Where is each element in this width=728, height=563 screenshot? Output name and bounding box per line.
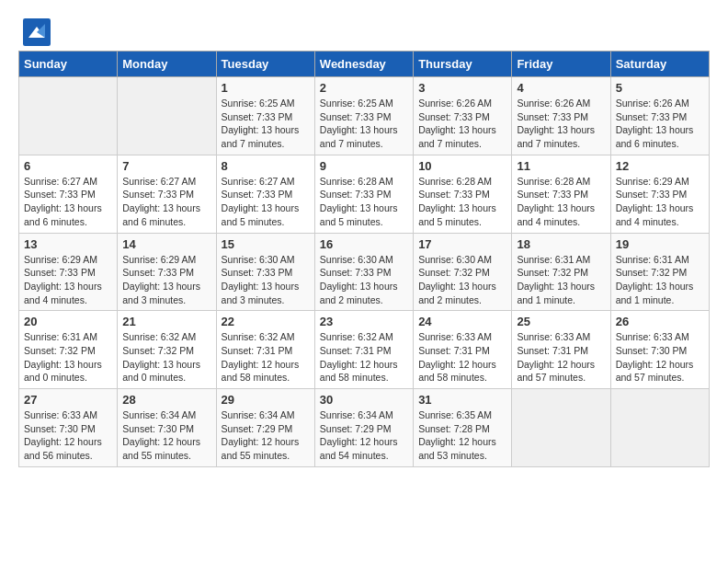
calendar-cell: 16Sunrise: 6:30 AM Sunset: 7:33 PM Dayli… (314, 233, 413, 311)
day-info: Sunrise: 6:25 AM Sunset: 7:33 PM Dayligh… (320, 97, 408, 151)
day-info: Sunrise: 6:30 AM Sunset: 7:33 PM Dayligh… (320, 253, 408, 307)
day-info: Sunrise: 6:26 AM Sunset: 7:33 PM Dayligh… (418, 97, 506, 151)
calendar-cell: 30Sunrise: 6:34 AM Sunset: 7:29 PM Dayli… (314, 389, 413, 467)
calendar-week-row: 6Sunrise: 6:27 AM Sunset: 7:33 PM Daylig… (19, 155, 710, 233)
day-info: Sunrise: 6:33 AM Sunset: 7:30 PM Dayligh… (616, 330, 704, 385)
calendar-cell: 29Sunrise: 6:34 AM Sunset: 7:29 PM Dayli… (216, 389, 314, 467)
calendar-cell: 12Sunrise: 6:29 AM Sunset: 7:33 PM Dayli… (610, 155, 709, 233)
weekday-header-friday: Friday (512, 52, 610, 77)
calendar-table: SundayMondayTuesdayWednesdayThursdayFrid… (18, 51, 710, 467)
day-number: 20 (24, 315, 112, 328)
day-number: 26 (616, 315, 704, 328)
day-info: Sunrise: 6:27 AM Sunset: 7:33 PM Dayligh… (24, 175, 112, 229)
weekday-header-monday: Monday (118, 52, 216, 77)
calendar-cell: 14Sunrise: 6:29 AM Sunset: 7:33 PM Dayli… (118, 233, 216, 311)
day-number: 16 (320, 237, 408, 251)
day-info: Sunrise: 6:30 AM Sunset: 7:33 PM Dayligh… (222, 253, 310, 307)
day-number: 14 (122, 237, 210, 251)
calendar-cell (19, 77, 118, 155)
calendar-week-row: 13Sunrise: 6:29 AM Sunset: 7:33 PM Dayli… (19, 233, 710, 311)
day-info: Sunrise: 6:33 AM Sunset: 7:30 PM Dayligh… (24, 408, 112, 463)
day-info: Sunrise: 6:27 AM Sunset: 7:33 PM Dayligh… (222, 175, 310, 229)
calendar-cell: 18Sunrise: 6:31 AM Sunset: 7:32 PM Dayli… (512, 233, 610, 311)
day-info: Sunrise: 6:28 AM Sunset: 7:33 PM Dayligh… (418, 175, 506, 229)
day-number: 31 (418, 393, 506, 407)
day-info: Sunrise: 6:32 AM Sunset: 7:31 PM Dayligh… (320, 330, 408, 385)
day-info: Sunrise: 6:31 AM Sunset: 7:32 PM Dayligh… (517, 253, 605, 307)
calendar-cell: 5Sunrise: 6:26 AM Sunset: 7:33 PM Daylig… (610, 77, 709, 155)
day-info: Sunrise: 6:34 AM Sunset: 7:29 PM Dayligh… (320, 408, 408, 463)
day-info: Sunrise: 6:29 AM Sunset: 7:33 PM Dayligh… (122, 253, 210, 307)
day-info: Sunrise: 6:26 AM Sunset: 7:33 PM Dayligh… (616, 97, 704, 151)
day-info: Sunrise: 6:33 AM Sunset: 7:31 PM Dayligh… (517, 330, 605, 385)
logo (23, 18, 54, 46)
day-number: 4 (517, 81, 605, 95)
day-info: Sunrise: 6:30 AM Sunset: 7:32 PM Dayligh… (418, 253, 506, 307)
day-number: 21 (122, 315, 210, 328)
day-number: 18 (517, 237, 605, 251)
calendar-cell: 8Sunrise: 6:27 AM Sunset: 7:33 PM Daylig… (216, 155, 314, 233)
weekday-header-thursday: Thursday (414, 52, 512, 77)
weekday-header-tuesday: Tuesday (216, 52, 314, 77)
day-number: 25 (517, 315, 605, 328)
day-number: 8 (222, 159, 310, 173)
calendar-cell: 13Sunrise: 6:29 AM Sunset: 7:33 PM Dayli… (19, 233, 118, 311)
calendar-cell: 24Sunrise: 6:33 AM Sunset: 7:31 PM Dayli… (414, 311, 512, 389)
weekday-header-row: SundayMondayTuesdayWednesdayThursdayFrid… (19, 52, 710, 77)
day-number: 17 (418, 237, 506, 251)
day-info: Sunrise: 6:28 AM Sunset: 7:33 PM Dayligh… (320, 175, 408, 229)
calendar-cell: 10Sunrise: 6:28 AM Sunset: 7:33 PM Dayli… (414, 155, 512, 233)
calendar-body: 1Sunrise: 6:25 AM Sunset: 7:33 PM Daylig… (19, 77, 710, 467)
day-number: 11 (517, 159, 605, 173)
calendar-cell: 21Sunrise: 6:32 AM Sunset: 7:32 PM Dayli… (118, 311, 216, 389)
day-number: 2 (320, 81, 408, 95)
calendar-cell: 1Sunrise: 6:25 AM Sunset: 7:33 PM Daylig… (216, 77, 314, 155)
calendar-cell: 6Sunrise: 6:27 AM Sunset: 7:33 PM Daylig… (19, 155, 118, 233)
weekday-header-sunday: Sunday (19, 52, 118, 77)
calendar-cell: 31Sunrise: 6:35 AM Sunset: 7:28 PM Dayli… (414, 389, 512, 467)
calendar-cell: 23Sunrise: 6:32 AM Sunset: 7:31 PM Dayli… (314, 311, 413, 389)
calendar-week-row: 27Sunrise: 6:33 AM Sunset: 7:30 PM Dayli… (19, 389, 710, 467)
day-number: 9 (320, 159, 408, 173)
day-info: Sunrise: 6:32 AM Sunset: 7:31 PM Dayligh… (222, 330, 310, 385)
day-number: 15 (222, 237, 310, 251)
day-number: 12 (616, 159, 704, 173)
calendar-cell: 25Sunrise: 6:33 AM Sunset: 7:31 PM Dayli… (512, 311, 610, 389)
day-number: 27 (24, 393, 112, 407)
calendar-cell: 20Sunrise: 6:31 AM Sunset: 7:32 PM Dayli… (19, 311, 118, 389)
day-info: Sunrise: 6:34 AM Sunset: 7:29 PM Dayligh… (222, 408, 310, 463)
calendar-cell (118, 77, 216, 155)
day-info: Sunrise: 6:32 AM Sunset: 7:32 PM Dayligh… (122, 330, 210, 385)
calendar-cell: 17Sunrise: 6:30 AM Sunset: 7:32 PM Dayli… (414, 233, 512, 311)
calendar-week-row: 1Sunrise: 6:25 AM Sunset: 7:33 PM Daylig… (19, 77, 710, 155)
logo-icon (23, 18, 51, 46)
day-number: 13 (24, 237, 112, 251)
day-info: Sunrise: 6:25 AM Sunset: 7:33 PM Dayligh… (222, 97, 310, 151)
day-info: Sunrise: 6:33 AM Sunset: 7:31 PM Dayligh… (418, 330, 506, 385)
calendar-cell: 28Sunrise: 6:34 AM Sunset: 7:30 PM Dayli… (118, 389, 216, 467)
day-info: Sunrise: 6:31 AM Sunset: 7:32 PM Dayligh… (24, 330, 112, 385)
calendar-cell (610, 389, 709, 467)
day-number: 19 (616, 237, 704, 251)
day-info: Sunrise: 6:28 AM Sunset: 7:33 PM Dayligh… (517, 175, 605, 229)
calendar-header: SundayMondayTuesdayWednesdayThursdayFrid… (19, 52, 710, 77)
day-number: 5 (616, 81, 704, 95)
day-number: 30 (320, 393, 408, 407)
calendar-cell: 11Sunrise: 6:28 AM Sunset: 7:33 PM Dayli… (512, 155, 610, 233)
day-number: 28 (122, 393, 210, 407)
day-number: 23 (320, 315, 408, 328)
calendar-cell: 7Sunrise: 6:27 AM Sunset: 7:33 PM Daylig… (118, 155, 216, 233)
weekday-header-saturday: Saturday (610, 52, 709, 77)
calendar-cell: 9Sunrise: 6:28 AM Sunset: 7:33 PM Daylig… (314, 155, 413, 233)
day-info: Sunrise: 6:31 AM Sunset: 7:32 PM Dayligh… (616, 253, 704, 307)
calendar-cell: 27Sunrise: 6:33 AM Sunset: 7:30 PM Dayli… (19, 389, 118, 467)
day-number: 29 (222, 393, 310, 407)
day-number: 24 (418, 315, 506, 328)
day-info: Sunrise: 6:29 AM Sunset: 7:33 PM Dayligh… (616, 175, 704, 229)
day-number: 3 (418, 81, 506, 95)
calendar-cell: 22Sunrise: 6:32 AM Sunset: 7:31 PM Dayli… (216, 311, 314, 389)
day-number: 22 (222, 315, 310, 328)
calendar-cell: 3Sunrise: 6:26 AM Sunset: 7:33 PM Daylig… (414, 77, 512, 155)
day-info: Sunrise: 6:26 AM Sunset: 7:33 PM Dayligh… (517, 97, 605, 151)
calendar-cell: 2Sunrise: 6:25 AM Sunset: 7:33 PM Daylig… (314, 77, 413, 155)
